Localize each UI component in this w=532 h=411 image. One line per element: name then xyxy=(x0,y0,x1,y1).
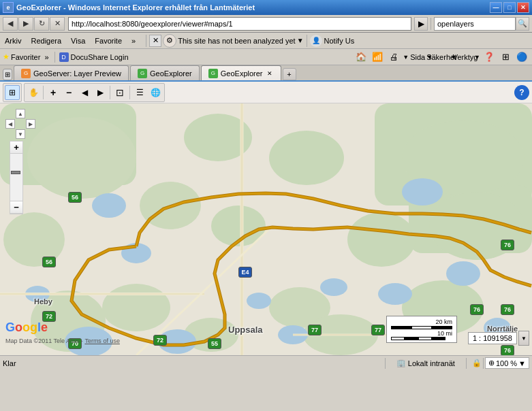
heby-label: Heby xyxy=(34,297,52,306)
zoom-level-display: 1 : 1091958 ▼ xyxy=(468,331,529,346)
road-badge-77b: 77 xyxy=(371,325,385,335)
google-o2: o xyxy=(22,320,30,334)
tab-geoserver[interactable]: G GeoServer: Layer Preview xyxy=(14,65,129,80)
close-button[interactable]: ✕ xyxy=(517,2,529,13)
map-attribution: Map Data ©2011 Tele Atlas · Terms of use xyxy=(5,338,120,344)
road-badge-77a: 77 xyxy=(308,325,322,335)
favorites-label[interactable]: Favoriter xyxy=(11,53,40,61)
menu-arkiv[interactable]: Arkiv xyxy=(3,35,23,46)
security-dropdown[interactable]: ▼ xyxy=(297,37,304,44)
notify-label[interactable]: Notify Us xyxy=(324,37,355,45)
notify-icon: 👤 xyxy=(310,35,322,47)
forward-button[interactable]: ▶ xyxy=(18,17,33,31)
tab2-icon: G xyxy=(138,69,147,78)
new-tab-button[interactable]: + xyxy=(283,68,296,80)
nav-tools: ✋ + − ◀ ▶ ⊡ ☰ 🌐 xyxy=(24,83,165,102)
next-extent-tool[interactable]: ▶ xyxy=(93,85,108,100)
geo-help-button[interactable]: ? xyxy=(514,85,529,100)
extra-icon1[interactable]: ⊞ xyxy=(498,50,513,64)
extra-icon2[interactable]: 🔵 xyxy=(514,50,529,64)
svg-point-16 xyxy=(184,114,252,161)
maximize-button[interactable]: □ xyxy=(503,2,516,13)
svg-point-28 xyxy=(378,283,412,305)
tools-dropdown[interactable]: ▼ xyxy=(474,54,480,61)
print-dropdown[interactable]: ▼ xyxy=(403,54,409,61)
zoom-thumb[interactable] xyxy=(11,171,20,174)
docushare-icon: D xyxy=(59,52,69,62)
go-button[interactable]: ▶ xyxy=(414,17,428,31)
svg-point-19 xyxy=(446,261,480,286)
divider3 xyxy=(129,86,130,99)
menu-toolbar: Arkiv Redigera Visa Favorite » ✕ ⚙ This … xyxy=(0,33,532,49)
tab3-icon: G xyxy=(208,69,218,78)
smartscreen-icon[interactable]: ✕ xyxy=(149,35,161,47)
favorites-more[interactable]: » xyxy=(44,53,48,61)
minimize-button[interactable]: — xyxy=(490,2,502,13)
zoom-dropdown[interactable]: ▼ xyxy=(518,331,529,346)
fav-docushare[interactable]: D DocuShare Login xyxy=(55,51,133,63)
tab3-close[interactable]: ✕ xyxy=(266,69,274,78)
layer-order-tool[interactable]: ☰ xyxy=(132,85,147,100)
safety-icon[interactable]: Säkerhet xyxy=(434,50,449,64)
globe-tool[interactable]: 🌐 xyxy=(148,85,163,100)
zoom-out-map[interactable]: − xyxy=(10,201,22,214)
status-zone[interactable]: 🏢 Lokalt intranät xyxy=(391,359,460,367)
feeds-icon[interactable]: 📶 xyxy=(370,50,385,64)
tools-icon[interactable]: Verktyg xyxy=(458,50,473,64)
svg-point-17 xyxy=(92,193,126,218)
tab-geoexplorer2[interactable]: G GeoExplorer ✕ xyxy=(201,65,281,80)
back-button[interactable]: ◀ xyxy=(3,17,18,31)
pan-up[interactable]: ▲ xyxy=(16,109,25,118)
help-icon[interactable]: ❓ xyxy=(482,50,497,64)
toolbar-separator xyxy=(146,35,146,47)
home-icon[interactable]: 🏠 xyxy=(354,50,369,64)
pan-right[interactable]: ▶ xyxy=(26,119,35,129)
tabs-row: ⊞ G GeoServer: Layer Preview G GeoExplor… xyxy=(0,65,532,82)
menu-more[interactable]: » xyxy=(129,35,138,46)
zone-text: Lokalt intranät xyxy=(408,359,455,367)
pan-left[interactable]: ◀ xyxy=(5,119,15,129)
menu-visa[interactable]: Visa xyxy=(69,35,87,46)
tab-geoexplorer1[interactable]: G GeoExplorer xyxy=(130,65,200,80)
map-container[interactable]: ▲ ◀ ▶ ▼ + − Heby Uppsala Knivsta Norrtäl… xyxy=(0,103,532,355)
zoom-fit-tool[interactable]: ⊡ xyxy=(112,85,127,100)
search-field[interactable] xyxy=(434,17,516,31)
status-bar: Klar 🏢 Lokalt intranät 🔒 ⊕ 100 % ▼ xyxy=(0,355,532,370)
zoom-in-map[interactable]: + xyxy=(10,142,22,154)
smartscreen-icon2[interactable]: ⚙ xyxy=(163,34,176,48)
refresh-button[interactable]: ↻ xyxy=(34,17,49,31)
tab-switcher[interactable]: ⊞ xyxy=(3,69,12,80)
zoom-slider[interactable] xyxy=(10,154,22,201)
url-field[interactable] xyxy=(68,17,411,31)
pan-down[interactable]: ▼ xyxy=(16,129,25,139)
menu-favorite[interactable]: Favorite xyxy=(93,35,124,46)
tab1-icon: G xyxy=(21,69,31,78)
google-o1: o xyxy=(15,320,22,334)
scale-seg5 xyxy=(405,337,418,340)
scale-seg2 xyxy=(411,326,432,329)
pan-tool[interactable]: ✋ xyxy=(26,85,41,100)
zoom-percent-control[interactable]: ⊕ 100 % ▼ xyxy=(485,357,529,369)
menu-redigera[interactable]: Redigera xyxy=(29,35,63,46)
prev-extent-tool[interactable]: ◀ xyxy=(77,85,92,100)
svg-point-4 xyxy=(27,117,136,199)
layers-toggle-tool[interactable]: ⊞ xyxy=(5,85,20,100)
stop-button[interactable]: ✕ xyxy=(50,17,65,31)
zoom-out-tool[interactable]: − xyxy=(61,85,76,100)
zoom-plus[interactable]: ⊕ xyxy=(488,359,495,367)
svg-point-29 xyxy=(211,206,266,246)
status-sep1 xyxy=(385,358,386,369)
svg-rect-2 xyxy=(375,103,532,206)
page-icon[interactable]: Sida xyxy=(410,50,425,64)
zoom-in-tool[interactable]: + xyxy=(46,85,61,100)
terms-link[interactable]: Terms of use xyxy=(84,338,120,344)
google-e: e xyxy=(41,320,48,334)
road-badge-e4a: E4 xyxy=(238,267,252,278)
search-button[interactable]: 🔍 xyxy=(516,17,529,31)
svg-point-14 xyxy=(347,212,416,267)
road-badge-76c: 76 xyxy=(501,304,514,315)
print-icon[interactable]: 🖨 xyxy=(386,50,401,64)
nav-arrows: ▲ ◀ ▶ ▼ xyxy=(5,109,35,139)
google-g1: G xyxy=(5,320,15,334)
zoom-dropdown-arrow[interactable]: ▼ xyxy=(518,359,526,367)
